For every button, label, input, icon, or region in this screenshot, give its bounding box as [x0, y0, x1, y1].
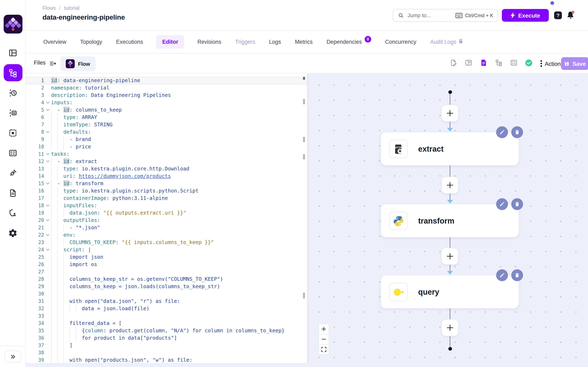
fold-chevron-icon[interactable] — [44, 106, 51, 114]
fold-chevron-icon[interactable] — [44, 128, 51, 136]
sidebar-item-plugins[interactable] — [3, 164, 22, 182]
breadcrumb-flows[interactable]: Flows — [42, 5, 56, 11]
line-number: 8 — [26, 128, 44, 136]
fit-view-button[interactable] — [319, 344, 329, 355]
edit-task-button[interactable] — [496, 269, 508, 281]
code-line: 26import os — [26, 261, 307, 268]
yaml-code-editor[interactable]: 1id: data-engineering-pipeline2namespace… — [26, 74, 307, 363]
tab-executions[interactable]: Executions — [115, 35, 144, 49]
zoom-in-button[interactable] — [319, 324, 329, 334]
sidebar-item-blueprints[interactable] — [3, 144, 22, 161]
code-text — [51, 312, 69, 320]
tab-label: Concurrency — [385, 39, 416, 45]
topology-graph[interactable]: HTTPextracttransformquery — [309, 74, 588, 367]
task-node-query[interactable]: query — [381, 275, 519, 309]
sidebar-item-flows[interactable] — [3, 64, 22, 81]
sidebar-expand-button[interactable] — [5, 351, 21, 362]
tab-revisions[interactable]: Revisions — [197, 35, 222, 49]
code-line: 2namespace: tutorial — [26, 84, 307, 92]
sidebar-item-logs[interactable] — [3, 104, 22, 121]
execute-button[interactable]: Execute — [502, 9, 549, 22]
actions-button[interactable]: Actions — [540, 54, 564, 74]
valid-check-button[interactable] — [524, 59, 533, 68]
file-edit-button[interactable] — [449, 59, 458, 68]
code-line: 17containerImage: python:3.11-alpine — [26, 194, 307, 202]
graph-controls — [319, 324, 329, 355]
code-line: 12- id: extract — [26, 158, 307, 165]
delete-task-button[interactable] — [511, 198, 523, 210]
code-text: namespace: tutorial — [51, 84, 109, 92]
sidebar-item-namespaces[interactable] — [3, 124, 22, 142]
tab-editor[interactable]: Editor — [156, 35, 184, 49]
tab-flow-file[interactable]: Flow — [60, 56, 95, 71]
tab-dependencies[interactable]: Dependencies0 — [326, 35, 372, 49]
tab-overview[interactable]: Overview — [42, 35, 67, 49]
code-line: 27 — [26, 268, 307, 275]
breadcrumb-namespace[interactable]: tutorial — [64, 5, 80, 11]
files-panel-label[interactable]: Files — [34, 60, 46, 66]
fold-gutter — [44, 239, 51, 246]
sidebar-item-executions[interactable] — [3, 84, 22, 101]
edit-task-button[interactable] — [496, 126, 508, 138]
http-download-icon: HTTP — [389, 140, 408, 158]
tab-logs[interactable]: Logs — [268, 35, 282, 49]
tab-triggers[interactable]: Triggers — [234, 35, 256, 49]
tab-concurrency[interactable]: Concurrency — [384, 35, 417, 49]
fold-gutter — [44, 298, 51, 305]
blame-view-icon — [510, 59, 518, 68]
sidebar-item-iam[interactable] — [3, 204, 22, 222]
code-line: 8defaults: — [26, 128, 307, 136]
task-node-extract[interactable]: HTTPextract — [381, 132, 519, 166]
sidebar-item-docs[interactable] — [3, 184, 22, 201]
edit-task-button[interactable] — [496, 198, 508, 210]
line-number: 6 — [26, 114, 44, 121]
panel-divider[interactable] — [307, 74, 309, 367]
sidebar-item-settings[interactable] — [3, 224, 22, 242]
chevron-double-right-icon — [9, 353, 16, 360]
fold-chevron-icon[interactable] — [44, 231, 51, 239]
arrowhead-icon — [447, 271, 453, 275]
sidebar-item-dashboard[interactable] — [3, 44, 22, 61]
code-text: description: Data Engineering Pipelines — [51, 92, 171, 99]
fold-gutter — [44, 349, 51, 356]
fold-chevron-icon[interactable] — [44, 246, 51, 253]
fold-gutter — [44, 143, 51, 150]
fold-chevron-icon[interactable] — [44, 158, 51, 165]
plus-icon — [445, 181, 454, 190]
add-task-button[interactable] — [441, 248, 459, 265]
split-view-button[interactable] — [464, 59, 473, 68]
files-panel-toggle-icon[interactable] — [49, 60, 57, 69]
fold-chevron-icon[interactable] — [44, 217, 51, 224]
topology-view-button[interactable] — [494, 59, 503, 68]
tab-label: Revisions — [197, 39, 221, 45]
fold-chevron-icon[interactable] — [44, 202, 51, 209]
help-button[interactable]: ? — [554, 11, 562, 19]
task-node-transform[interactable]: transform — [381, 204, 519, 237]
code-line: 36for product in data["products"] — [26, 334, 307, 342]
file-edit-icon — [449, 59, 457, 68]
add-task-button[interactable] — [441, 319, 459, 336]
tab-audit-logs[interactable]: Audit Logs — [429, 35, 465, 49]
kestra-logo[interactable] — [4, 15, 23, 33]
code-link[interactable]: https://dummyjson.com/products — [79, 173, 171, 179]
python-icon — [389, 212, 408, 230]
file-code-button[interactable] — [479, 59, 488, 68]
ruler-mark — [303, 154, 305, 159]
delete-task-button[interactable] — [511, 269, 523, 281]
line-number: 13 — [26, 165, 44, 173]
blame-view-button[interactable] — [509, 59, 518, 68]
tab-topology[interactable]: Topology — [80, 35, 103, 49]
notifications-button[interactable] — [566, 10, 576, 20]
add-task-button[interactable] — [441, 105, 459, 122]
code-line: 13type: io.kestra.plugin.core.http.Downl… — [26, 165, 307, 173]
fold-chevron-icon[interactable] — [44, 150, 51, 158]
delete-task-button[interactable] — [511, 126, 523, 138]
fold-chevron-icon[interactable] — [44, 99, 51, 106]
tab-metrics[interactable]: Metrics — [294, 35, 313, 49]
add-task-button[interactable] — [441, 176, 459, 194]
fold-chevron-icon[interactable] — [44, 180, 51, 187]
save-button[interactable]: Save — [561, 57, 588, 70]
zoom-out-button[interactable] — [319, 334, 329, 344]
keyboard-icon — [455, 12, 463, 18]
jump-to-search[interactable]: Jump to... Ctrl/Cmd + K — [393, 9, 498, 22]
